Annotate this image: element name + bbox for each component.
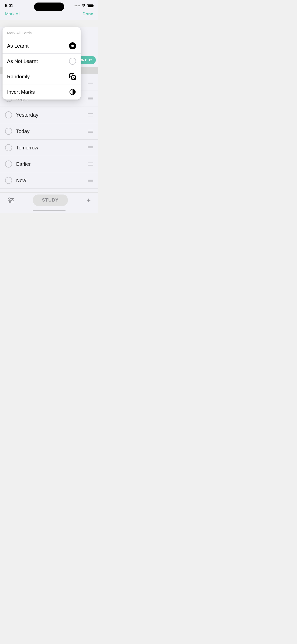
list-item-label-yesterday: Yesterday (16, 112, 88, 118)
dynamic-island (34, 3, 64, 11)
drag-handle-yesterday (88, 113, 93, 116)
list-item-radio-now[interactable] (5, 177, 12, 184)
status-time: 5:01 (5, 4, 13, 8)
svg-point-9 (74, 78, 75, 79)
list-item-label-tomorrow: Tomorrow (16, 145, 88, 151)
dropdown-item-as-not-learnt[interactable]: As Not Learnt (3, 54, 81, 69)
home-indicator (33, 210, 65, 211)
drag-handle-night (88, 97, 93, 100)
list-item-radio-tomorrow[interactable] (5, 144, 12, 151)
radio-filled-as-learnt (69, 42, 76, 49)
drag-handle-evening (88, 81, 93, 84)
dropdown-item-invert-marks[interactable]: Invert Marks (3, 84, 81, 100)
svg-point-7 (74, 77, 75, 77)
svg-point-2 (72, 75, 73, 75)
add-button[interactable]: + (87, 196, 91, 204)
svg-point-1 (71, 75, 71, 75)
drag-handle-tomorrow (88, 146, 93, 149)
nav-bar: Mark All Done (0, 10, 98, 20)
tab-bar: STUDY + (0, 192, 98, 213)
signal-icon (75, 5, 80, 6)
dropdown-header: Mark All Cards (3, 27, 81, 38)
list-item-radio-earlier[interactable] (5, 160, 12, 168)
svg-point-15 (9, 198, 10, 199)
half-circle-icon (69, 88, 76, 95)
list-item-earlier[interactable]: Earlier (0, 156, 98, 172)
svg-point-17 (9, 201, 11, 203)
svg-point-6 (73, 77, 73, 77)
list-item-label-now: Now (16, 178, 88, 183)
list-item-label-today: Today (16, 128, 88, 134)
drag-handle-earlier (88, 163, 93, 166)
list-item-tomorrow[interactable]: Tomorrow (0, 140, 98, 156)
radio-empty-as-not-learnt (69, 58, 76, 65)
dropdown-label-as-not-learnt: As Not Learnt (7, 58, 38, 64)
dropdown-label-as-learnt: As Learnt (7, 43, 29, 49)
mark-all-button[interactable]: Mark All (5, 12, 20, 17)
dice-icon (69, 73, 76, 80)
dropdown-item-as-learnt[interactable]: As Learnt (3, 38, 81, 54)
svg-point-8 (73, 78, 73, 79)
wifi-icon (82, 4, 86, 8)
svg-point-10 (73, 77, 74, 78)
list-item-label-earlier: Earlier (16, 161, 88, 167)
dropdown-label-randomly: Randomly (7, 74, 30, 80)
dropdown-item-randomly[interactable]: Randomly (3, 69, 81, 84)
list-item-yesterday[interactable]: Yesterday (0, 107, 98, 123)
dropdown-label-invert-marks: Invert Marks (7, 89, 35, 95)
status-bar: 5:01 (0, 0, 98, 10)
done-button[interactable]: Done (83, 12, 93, 17)
dropdown-menu: Mark All Cards As Learnt As Not Learnt R… (3, 27, 81, 100)
list-item-now[interactable]: Now (0, 172, 98, 189)
list-item-radio-yesterday[interactable] (5, 111, 12, 118)
drag-handle-now (88, 179, 93, 182)
svg-point-3 (71, 76, 71, 77)
study-button[interactable]: STUDY (33, 195, 68, 206)
list-item-radio-today[interactable] (5, 128, 12, 135)
drag-handle-today (88, 130, 93, 133)
status-icons (75, 4, 93, 8)
filter-button[interactable] (8, 198, 14, 203)
list-item-today[interactable]: Today (0, 123, 98, 140)
battery-icon (87, 4, 93, 7)
svg-point-16 (12, 200, 13, 201)
